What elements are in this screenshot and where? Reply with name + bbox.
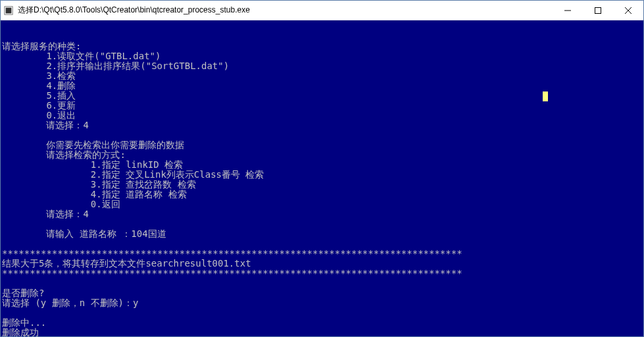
console-line: 6.更新 bbox=[2, 101, 643, 111]
console-output[interactable]: 请选择服务的种类: 1.读取文件("GTBL.dat") 2.排序并输出排序结果… bbox=[1, 20, 643, 336]
console-line: 结果大于5条，将其转存到文本文件searchresult001.txt bbox=[2, 259, 643, 269]
window-title: 选择D:\Qt\Qt5.8.0\Tools\QtCreator\bin\qtcr… bbox=[18, 5, 553, 16]
console-line bbox=[2, 239, 643, 249]
console-line: 1.读取文件("GTBL.dat") bbox=[2, 51, 643, 61]
console-line: 是否删除? bbox=[2, 288, 643, 298]
console-line bbox=[2, 130, 643, 140]
window-controls bbox=[553, 1, 643, 20]
console-line: 你需要先检索出你需要删除的数据 bbox=[2, 140, 643, 150]
console-line bbox=[2, 308, 643, 318]
console-line: 删除成功 bbox=[2, 328, 643, 336]
svg-rect-1 bbox=[6, 7, 12, 13]
console-line: 0.退出 bbox=[2, 111, 643, 120]
window-frame: 选择D:\Qt\Qt5.8.0\Tools\QtCreator\bin\qtcr… bbox=[0, 0, 644, 337]
minimize-button[interactable] bbox=[553, 1, 583, 20]
console-line: ****************************************… bbox=[2, 249, 643, 259]
console-line bbox=[2, 219, 643, 229]
console-line: 2.指定 交叉Link列表示Class番号 检索 bbox=[2, 170, 643, 180]
text-cursor bbox=[543, 91, 548, 101]
console-line: 3.指定 查找岔路数 检索 bbox=[2, 180, 643, 190]
console-line: 删除中... bbox=[2, 318, 643, 328]
console-line bbox=[2, 278, 643, 288]
console-line: 请输入 道路名称 ：104国道 bbox=[2, 229, 643, 239]
maximize-button[interactable] bbox=[583, 1, 613, 20]
console-line: 请选择检索的方式: bbox=[2, 150, 643, 160]
console-line: 1.指定 linkID 检索 bbox=[2, 160, 643, 170]
console-line: 3.检索 bbox=[2, 71, 643, 81]
app-icon bbox=[3, 5, 14, 16]
console-line: 请选择 (y 删除，n 不删除)：y bbox=[2, 298, 643, 308]
console-line: ****************************************… bbox=[2, 269, 643, 278]
titlebar[interactable]: 选择D:\Qt\Qt5.8.0\Tools\QtCreator\bin\qtcr… bbox=[1, 1, 643, 20]
svg-rect-3 bbox=[595, 7, 601, 13]
console-line: 4.删除 bbox=[2, 81, 643, 91]
console-line: 4.指定 道路名称 检索 bbox=[2, 190, 643, 199]
console-line: 2.排序并输出排序结果("SortGTBL.dat") bbox=[2, 61, 643, 71]
console-line: 请选择：4 bbox=[2, 209, 643, 219]
console-line: 0.返回 bbox=[2, 199, 643, 209]
close-button[interactable] bbox=[613, 1, 643, 20]
console-line: 请选择服务的种类: bbox=[2, 41, 643, 51]
console-line: 请选择：4 bbox=[2, 120, 643, 130]
